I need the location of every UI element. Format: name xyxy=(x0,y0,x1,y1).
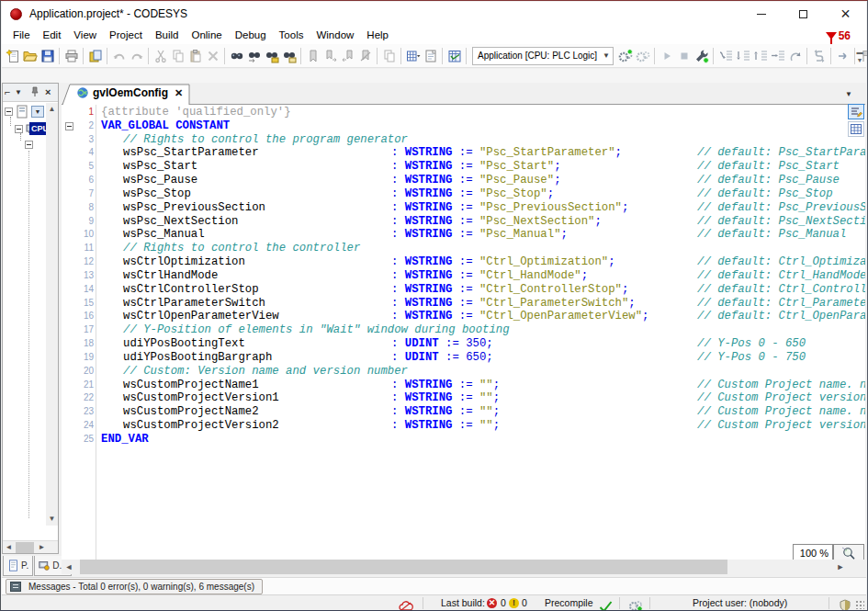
editor-tab-gvloemconfig[interactable]: gvlOemConfig ✕ xyxy=(62,84,190,105)
close-button[interactable]: × xyxy=(825,2,866,27)
code-line-23[interactable]: 23wsCustomProjectName2: WSTRING := "";//… xyxy=(62,405,865,419)
code-line-1[interactable]: 1{attribute 'qualified_only'} xyxy=(62,106,865,119)
textual-view-button[interactable] xyxy=(848,104,864,119)
code-line-9[interactable]: 9wsPsc_NextSection: WSTRING := "Psc_Next… xyxy=(62,215,865,229)
resize-grip[interactable] xyxy=(855,600,864,609)
tree-collapse-icon[interactable] xyxy=(5,107,13,116)
replace-in-project-button[interactable] xyxy=(280,46,298,66)
code-line-16[interactable]: 16wsCtrlOpenParameterView: WSTRING := "C… xyxy=(62,310,865,323)
tabular-view-button[interactable] xyxy=(848,121,864,137)
menu-online[interactable]: Online xyxy=(185,27,228,44)
tree-item-cpu[interactable]: CPU xyxy=(29,122,47,135)
menu-edit[interactable]: Edit xyxy=(37,27,68,44)
scroll-down-icon[interactable]: ▼ xyxy=(46,513,58,526)
menu-project[interactable]: Project xyxy=(103,27,149,44)
code-line-19[interactable]: 19udiYPosBootingBargraph: UDINT := 650;/… xyxy=(62,351,865,365)
code-line-14[interactable]: 14wsCtrlControllerStop: WSTRING := "Ctrl… xyxy=(62,283,865,297)
next-bookmark-button[interactable] xyxy=(321,46,339,66)
declarations-view-button[interactable] xyxy=(404,46,422,66)
code-line-11[interactable]: 11// Rights to control the controller xyxy=(62,242,865,255)
code-line-2[interactable]: 2VAR_GLOBAL CONSTANT xyxy=(62,119,865,133)
tab-pous[interactable]: P. xyxy=(3,556,33,576)
code-line-8[interactable]: 8wsPsc_PreviousSection: WSTRING := "Psc_… xyxy=(62,201,865,215)
editor-scroll-right-icon[interactable]: ► xyxy=(833,560,848,574)
copy-button[interactable] xyxy=(169,46,186,66)
previous-bookmark-button[interactable] xyxy=(339,46,356,66)
tab-list-dropdown-icon[interactable]: ▼ xyxy=(845,90,852,98)
new-pou-button[interactable] xyxy=(422,46,439,66)
tree-collapse-icon-2[interactable] xyxy=(15,125,23,133)
new-project-button[interactable] xyxy=(4,46,21,66)
code-line-6[interactable]: 6wsPsc_Pause: WSTRING := "Psc_Pause";// … xyxy=(62,174,865,187)
menu-build[interactable]: Build xyxy=(149,27,186,44)
code-line-24[interactable]: 24wsCustomProjectVersion2: WSTRING := ""… xyxy=(62,419,865,433)
open-project-button[interactable] xyxy=(21,46,39,66)
cut-button[interactable] xyxy=(152,46,169,66)
scroll-up-icon[interactable]: ▲ xyxy=(46,103,58,116)
minimize-button[interactable] xyxy=(740,2,782,27)
project-dropdown-icon[interactable]: ▼ xyxy=(31,106,44,118)
build-button[interactable] xyxy=(445,46,463,66)
find-button[interactable] xyxy=(228,46,245,66)
login-button[interactable] xyxy=(616,46,634,66)
code-editor[interactable]: 1{attribute 'qualified_only'}2VAR_GLOBAL… xyxy=(62,105,865,560)
code-line-5[interactable]: 5wsPsc_Start: WSTRING := "Psc_Start";// … xyxy=(62,160,865,174)
goto-button[interactable] xyxy=(834,46,851,66)
devices-hscrollbar[interactable]: ◄ ► xyxy=(3,540,58,553)
stop-button[interactable] xyxy=(675,46,693,66)
menu-window[interactable]: Window xyxy=(310,27,360,44)
clear-bookmarks-button[interactable] xyxy=(356,46,374,66)
paste-button[interactable] xyxy=(186,46,204,66)
menu-view[interactable]: View xyxy=(67,27,103,44)
scroll-right-icon[interactable]: ► xyxy=(36,541,48,554)
logout-button[interactable] xyxy=(634,46,651,66)
code-line-7[interactable]: 7wsPsc_Stop: WSTRING := "Psc_Stop";// de… xyxy=(62,187,865,201)
delete-button[interactable] xyxy=(204,46,221,66)
replace-button[interactable] xyxy=(245,46,263,66)
code-line-17[interactable]: 17// Y-Position of elements in "Wait" wi… xyxy=(62,323,865,337)
code-line-22[interactable]: 22wsCustomProjectVersion1: WSTRING := ""… xyxy=(62,391,865,405)
editor-tab-close-icon[interactable]: ✕ xyxy=(175,87,183,99)
run-to-cursor-button[interactable] xyxy=(769,46,786,66)
maximize-button[interactable] xyxy=(783,2,824,27)
print-button[interactable] xyxy=(62,46,80,66)
devices-vscrollbar[interactable]: ▲ ▼ xyxy=(46,103,58,526)
pin-icon[interactable] xyxy=(30,86,39,99)
editor-hscroll-thumb[interactable] xyxy=(80,560,727,574)
code-line-25[interactable]: 25END_VAR xyxy=(62,433,865,447)
copy-project-button[interactable] xyxy=(86,46,104,66)
tree-collapse-icon-3[interactable] xyxy=(25,141,33,149)
editor-hscrollbar[interactable]: ◄ ► xyxy=(62,560,865,574)
code-line-10[interactable]: 10wsPsc_Manual: WSTRING := "Psc_Manual";… xyxy=(62,228,865,242)
show-next-statement-button[interactable] xyxy=(786,46,804,66)
editor-scroll-left-icon[interactable]: ◄ xyxy=(62,560,76,574)
start-button[interactable] xyxy=(658,46,675,66)
code-line-13[interactable]: 13wsCtrlHandMode: WSTRING := "Ctrl_HandM… xyxy=(62,269,865,283)
copy-all-button[interactable] xyxy=(380,46,398,66)
messages-summary[interactable]: Messages - Total 0 error(s), 0 warning(s… xyxy=(6,579,263,594)
single-cycle-button[interactable] xyxy=(693,46,710,66)
fold-collapse-icon[interactable] xyxy=(65,122,73,130)
find-in-project-button[interactable] xyxy=(263,46,280,66)
redo-button[interactable] xyxy=(128,46,145,66)
code-line-12[interactable]: 12wsCtrlOptimization: WSTRING := "Ctrl_O… xyxy=(62,255,865,269)
application-selector[interactable]: Application [CPU: PLC Logic]▼ xyxy=(472,47,614,65)
devices-hscroll-thumb[interactable] xyxy=(16,542,34,553)
menu-tools[interactable]: Tools xyxy=(273,27,310,44)
code-line-21[interactable]: 21wsCustomProjectName1: WSTRING := "";//… xyxy=(62,379,865,392)
step-into-button[interactable] xyxy=(734,46,751,66)
menu-file[interactable]: File xyxy=(6,27,37,44)
save-button[interactable] xyxy=(39,46,56,66)
toggle-bookmark-button[interactable] xyxy=(304,46,321,66)
code-line-4[interactable]: 4wsPsc_StartParameter: WSTRING := "Psc_S… xyxy=(62,146,865,160)
menu-help[interactable]: Help xyxy=(360,27,395,44)
step-over-button[interactable] xyxy=(716,46,734,66)
code-line-3[interactable]: 3// Rights to control the program genera… xyxy=(62,133,865,147)
undo-button[interactable] xyxy=(110,46,128,66)
toolbar-overflow-icon[interactable]: ▬▼ xyxy=(855,48,864,66)
menu-debug[interactable]: Debug xyxy=(229,27,273,44)
reset-button[interactable] xyxy=(810,46,828,66)
step-out-button[interactable] xyxy=(751,46,769,66)
panel-menu-icon[interactable]: ▼ xyxy=(15,88,22,96)
code-line-18[interactable]: 18udiYPosBootingText: UDINT := 350;// Y-… xyxy=(62,337,865,351)
